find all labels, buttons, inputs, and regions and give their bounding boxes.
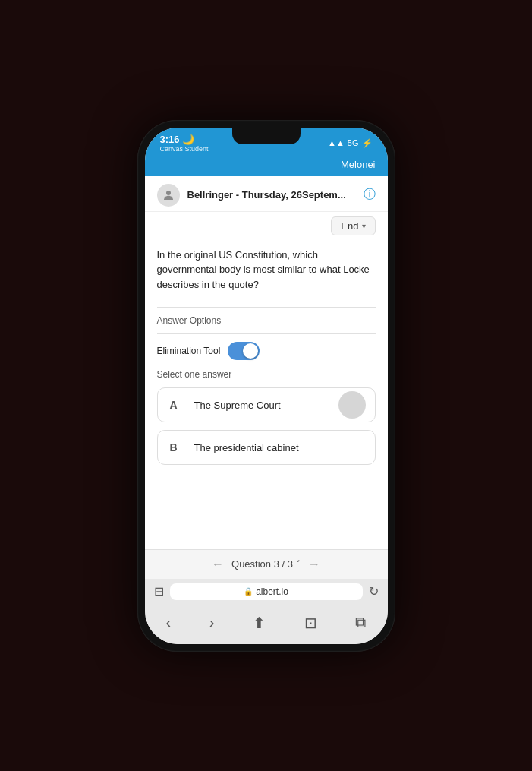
avatar-icon xyxy=(157,184,180,207)
question-text: In the original US Constitution, which g… xyxy=(157,248,376,292)
status-time: 3:16 🌙 xyxy=(160,134,194,145)
answer-option-b[interactable]: B The presidential cabinet xyxy=(157,430,376,465)
option-letter-a: A xyxy=(170,399,185,411)
refresh-button[interactable]: ↻ xyxy=(369,584,379,599)
status-right: ▲▲ 5G ⚡ xyxy=(328,138,372,148)
elimination-label: Elimination Tool xyxy=(157,346,221,356)
end-arrow-icon: ▾ xyxy=(362,222,366,230)
notch xyxy=(232,128,301,144)
question-label-text: Question 3 / 3 xyxy=(231,558,293,570)
question-counter: Question 3 / 3 ˅ xyxy=(231,558,301,570)
url-text: albert.io xyxy=(256,586,288,597)
info-icon[interactable]: ⓘ xyxy=(364,187,376,203)
option-letter-b: B xyxy=(170,441,185,453)
answer-options-label: Answer Options xyxy=(157,315,376,326)
moon-icon: 🌙 xyxy=(182,134,194,145)
elimination-row: Elimination Tool xyxy=(157,342,376,360)
content-area: In the original US Constitution, which g… xyxy=(145,240,388,549)
section-divider-2 xyxy=(157,333,376,334)
option-text-a: The Supreme Court xyxy=(194,400,363,411)
end-button[interactable]: End ▾ xyxy=(331,216,375,235)
user-name: Melonei xyxy=(341,159,376,170)
tabs-button[interactable]: ⧉ xyxy=(349,611,372,634)
signal-icon: ▲▲ xyxy=(328,138,345,147)
status-bar: 3:16 🌙 Canvas Student ▲▲ 5G ⚡ xyxy=(145,128,388,156)
elimination-toggle[interactable] xyxy=(228,342,260,360)
back-button[interactable]: ‹ xyxy=(160,611,178,634)
battery-icon: ⚡ xyxy=(362,138,373,148)
phone-screen: 3:16 🌙 Canvas Student ▲▲ 5G ⚡ Melonei xyxy=(145,128,388,644)
header-title: Bellringer - Thursday, 26Septem... xyxy=(187,189,356,201)
select-answer-label: Select one answer xyxy=(157,369,376,380)
phone-frame: 3:16 🌙 Canvas Student ▲▲ 5G ⚡ Melonei xyxy=(137,120,395,652)
next-question-button[interactable]: → xyxy=(308,558,320,571)
share-button[interactable]: ⬆ xyxy=(247,611,272,635)
bottom-nav: ‹ › ⬆ ⊡ ⧉ xyxy=(145,605,388,644)
section-divider xyxy=(157,307,376,308)
lock-icon: 🔒 xyxy=(244,587,253,596)
option-text-b: The presidential cabinet xyxy=(194,442,363,453)
answer-option-a[interactable]: A The Supreme Court xyxy=(157,387,376,422)
svg-point-0 xyxy=(166,191,171,195)
app-header: Bellringer - Thursday, 26Septem... ⓘ xyxy=(145,176,388,212)
browser-bar: ⊟ 🔒 albert.io ↻ xyxy=(145,579,388,605)
top-bar: Melonei xyxy=(145,156,388,176)
browser-tabs-icon[interactable]: ⊟ xyxy=(154,584,164,599)
browser-url-bar[interactable]: 🔒 albert.io xyxy=(170,583,363,600)
end-bar: End ▾ xyxy=(145,212,388,240)
question-nav-bar: ← Question 3 / 3 ˅ → xyxy=(145,549,388,579)
time-display: 3:16 xyxy=(160,134,180,145)
question-chevron-icon[interactable]: ˅ xyxy=(296,559,301,569)
network-type: 5G xyxy=(348,138,359,147)
forward-button[interactable]: › xyxy=(203,611,221,634)
toggle-knob xyxy=(243,343,258,359)
carrier-label: Canvas Student xyxy=(160,145,209,153)
bookmark-button[interactable]: ⊡ xyxy=(298,611,323,635)
end-label: End xyxy=(341,220,358,232)
prev-question-button[interactable]: ← xyxy=(212,558,224,571)
status-left: 3:16 🌙 Canvas Student xyxy=(160,134,209,153)
